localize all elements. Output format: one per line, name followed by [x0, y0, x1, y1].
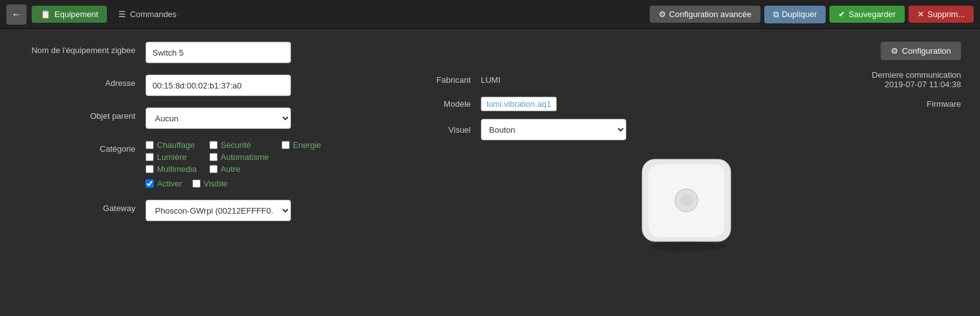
fabricant-label: Fabricant	[411, 75, 481, 85]
modele-label: Modèle	[411, 99, 481, 109]
top-nav: ← 📋 Equipement ☰ Commandes ⚙ Configurati…	[0, 0, 980, 29]
tab-commandes[interactable]: ☰ Commandes	[109, 6, 185, 23]
checkbox-securite[interactable]	[209, 141, 218, 149]
category-chauffage[interactable]: Chauffage	[146, 140, 197, 150]
nom-row: Nom de l'équipement zigbee	[19, 42, 399, 63]
activer-item[interactable]: Activer	[146, 179, 182, 188]
category-multimedia[interactable]: Multimedia	[146, 164, 197, 174]
category-lumiere[interactable]: Lumière	[146, 152, 197, 162]
times-icon: ✕	[917, 9, 924, 19]
adresse-input[interactable]	[146, 75, 291, 96]
adresse-row: Adresse	[19, 75, 399, 96]
visuel-row: Visuel Bouton	[411, 119, 961, 140]
nom-input[interactable]	[146, 42, 291, 63]
activer-visible-row: Activer Visible	[146, 179, 321, 188]
objet-parent-row: Objet parent Aucun	[19, 107, 399, 129]
gateway-label: Gateway	[19, 200, 146, 213]
objet-parent-label: Objet parent	[19, 107, 146, 121]
svg-point-3	[680, 194, 693, 207]
checkbox-multimedia[interactable]	[146, 165, 154, 173]
categories-grid: Chauffage Sécurité Energie Lumière	[146, 140, 321, 174]
modele-value: lumi.vibration.aq1	[481, 97, 557, 111]
checkbox-energie[interactable]	[282, 141, 290, 149]
nom-label: Nom de l'équipement zigbee	[19, 42, 146, 55]
categorie-checkboxes: Chauffage Sécurité Energie Lumière	[146, 140, 321, 188]
svg-point-4	[648, 241, 724, 252]
right-info-section: Fabricant LUMI Derniere communication 20…	[411, 70, 961, 140]
equipement-icon: 📋	[40, 9, 51, 19]
categorie-label: Catégorie	[19, 140, 146, 154]
main-content: Nom de l'équipement zigbee Adresse Objet…	[0, 29, 980, 267]
visible-item[interactable]: Visible	[192, 179, 228, 188]
checkbox-autre[interactable]	[209, 165, 218, 173]
tab-commandes-label: Commandes	[130, 9, 177, 19]
copy-icon: ⧉	[773, 9, 779, 20]
adresse-label: Adresse	[19, 75, 146, 88]
modele-row: Modèle lumi.vibration.aq1 Firmware	[411, 97, 961, 111]
gear-icon: ⚙	[659, 9, 666, 19]
supprimer-button[interactable]: ✕ Supprim...	[909, 6, 974, 23]
checkbox-activer[interactable]	[146, 179, 154, 188]
dupliquer-button[interactable]: ⧉ Dupliquer	[764, 6, 826, 23]
visuel-select[interactable]: Bouton	[481, 119, 626, 140]
category-autre[interactable]: Autre	[209, 164, 269, 174]
checkbox-visible[interactable]	[192, 179, 201, 188]
categorie-row: Catégorie Chauffage Sécurité Energie	[19, 140, 399, 188]
back-button[interactable]: ←	[6, 4, 27, 25]
device-image	[623, 153, 750, 254]
category-energie[interactable]: Energie	[282, 140, 321, 150]
fabricant-value: LUMI	[481, 75, 500, 85]
derniere-communication-value: 2019-07-07 11:04:38	[872, 80, 961, 89]
right-panel: ⚙ Configuration Fabricant LUMI Derniere …	[411, 42, 961, 254]
derniere-communication-label: Derniere communication	[872, 70, 961, 80]
checkbox-lumiere[interactable]	[146, 153, 154, 161]
commandes-icon: ☰	[118, 9, 126, 19]
gateway-select[interactable]: Phoscon-GWrpi (00212EFFFF0...	[146, 200, 291, 221]
visuel-label: Visuel	[411, 125, 481, 135]
checkbox-automatisme[interactable]	[209, 153, 218, 161]
tab-equipement[interactable]: 📋 Equipement	[32, 6, 107, 23]
fabricant-row: Fabricant LUMI Derniere communication 20…	[411, 70, 961, 89]
check-icon: ✔	[838, 9, 845, 19]
right-top: ⚙ Configuration	[411, 42, 961, 60]
tab-equipement-label: Equipement	[54, 9, 98, 19]
sauvegarder-button[interactable]: ✔ Sauvegarder	[829, 6, 904, 23]
config-avancee-button[interactable]: ⚙ Configuration avancée	[650, 6, 760, 23]
objet-parent-select[interactable]: Aucun	[146, 107, 291, 129]
left-panel: Nom de l'équipement zigbee Adresse Objet…	[19, 42, 399, 254]
firmware-label: Firmware	[927, 99, 961, 109]
nav-actions: ⚙ Configuration avancée ⧉ Dupliquer ✔ Sa…	[650, 6, 974, 23]
gateway-row: Gateway Phoscon-GWrpi (00212EFFFF0...	[19, 200, 399, 221]
checkbox-chauffage[interactable]	[146, 141, 154, 149]
category-automatisme[interactable]: Automatisme	[209, 152, 269, 162]
device-image-area	[411, 153, 961, 254]
gear-config-icon: ⚙	[891, 46, 898, 56]
configuration-button[interactable]: ⚙ Configuration	[881, 42, 961, 60]
category-securite[interactable]: Sécurité	[209, 140, 269, 150]
